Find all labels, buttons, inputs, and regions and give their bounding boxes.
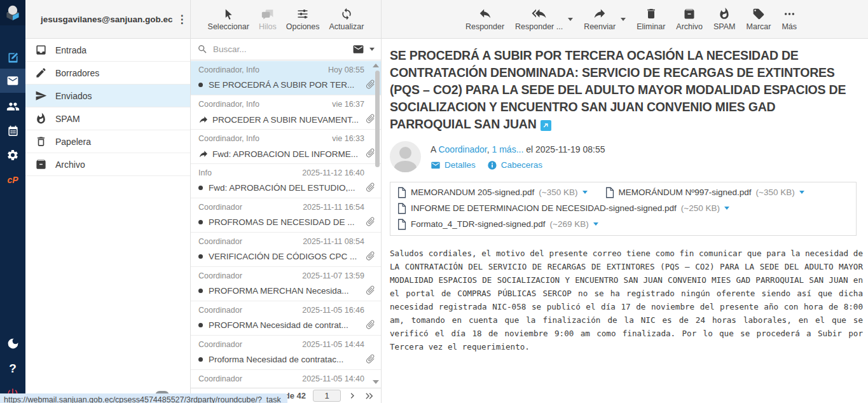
attachment-caret-icon[interactable] bbox=[724, 207, 729, 210]
recipients-line: A Coordinador, 1 más... el 2025-11-19 08… bbox=[431, 144, 605, 154]
external-link-icon[interactable] bbox=[541, 120, 551, 131]
cpanel-icon: cP bbox=[7, 175, 18, 185]
scrollbar-up-arrow[interactable] bbox=[373, 64, 379, 67]
next-page-button[interactable] bbox=[348, 391, 357, 400]
reply-all-button[interactable]: Responder ... bbox=[515, 7, 563, 31]
more-recipients-link[interactable]: 1 más... bbox=[492, 144, 524, 154]
message-date: 2025-11-11 16:54 bbox=[303, 203, 364, 212]
ellipsis-icon bbox=[783, 7, 796, 20]
details-link[interactable]: Detalles bbox=[431, 160, 476, 170]
compose-button[interactable] bbox=[0, 45, 25, 69]
message-date: 2025-11-05 14:40 bbox=[302, 374, 364, 383]
folder-label: Papelera bbox=[55, 137, 91, 147]
attachment-caret-icon[interactable] bbox=[593, 222, 598, 226]
attachment-caret-icon[interactable] bbox=[582, 191, 588, 194]
tag-icon bbox=[752, 7, 765, 20]
threads-button[interactable]: Hilos bbox=[259, 7, 277, 31]
status-url-tooltip: https://webmail.sanjuan.gob.ec/cpsess457… bbox=[0, 393, 287, 403]
message-list-item[interactable]: Coordinador, Info vie 16:37 PROCEDER A S… bbox=[191, 95, 381, 130]
details-label: Detalles bbox=[444, 160, 476, 170]
message-subject: PROFROMAS DE NECESIDAD DE ... bbox=[209, 217, 364, 227]
refresh-icon bbox=[340, 7, 353, 20]
message-subject: Proforma Necesidad de contratac... bbox=[209, 355, 364, 364]
unread-dot-icon bbox=[198, 254, 203, 259]
folder-item-papelera[interactable]: Papelera bbox=[25, 130, 190, 153]
message-from: Coordinador bbox=[198, 271, 242, 280]
settings-nav-button[interactable] bbox=[0, 143, 25, 167]
spam-button[interactable]: SPAM bbox=[713, 7, 736, 31]
folder-item-entrada[interactable]: Entrada bbox=[25, 39, 190, 62]
message-list-item[interactable]: Coordinador 2025-11-07 13:59 PROFORMA ME… bbox=[191, 267, 381, 301]
message-from: Coordinador, Info bbox=[198, 100, 259, 109]
search-icon bbox=[197, 44, 208, 55]
mail-nav-button[interactable] bbox=[0, 69, 25, 93]
reply-icon bbox=[478, 7, 492, 20]
help-button[interactable]: ? bbox=[0, 357, 25, 381]
archive-button[interactable]: Archivo bbox=[676, 7, 703, 31]
search-input[interactable] bbox=[213, 44, 347, 54]
headers-link[interactable]: Cabeceras bbox=[487, 160, 542, 170]
message-from: Coordinador, Info bbox=[198, 134, 259, 143]
message-date: 2025-11-12 16:40 bbox=[302, 168, 364, 177]
forward-caret-icon[interactable] bbox=[621, 18, 626, 21]
message-list-item[interactable]: Info 2025-11-12 16:40 Fwd: APROBACIÓN DE… bbox=[191, 164, 381, 198]
attachment-caret-icon[interactable] bbox=[799, 191, 804, 194]
paperclip-icon bbox=[365, 113, 376, 124]
refresh-button[interactable]: Actualizar bbox=[329, 7, 364, 31]
threads-icon bbox=[261, 7, 274, 20]
folder-label: Archivo bbox=[55, 160, 85, 170]
last-page-button[interactable] bbox=[364, 391, 375, 401]
unread-dot-icon bbox=[198, 289, 203, 293]
attachment-name: MEMORÁNDUM Nº997-signed.pdf bbox=[619, 188, 752, 197]
dark-mode-toggle[interactable] bbox=[0, 331, 25, 355]
cpanel-button[interactable]: cP bbox=[0, 168, 25, 192]
message-toolbar: Responder Responder ... Reenviar Elimina… bbox=[382, 0, 868, 39]
attachment-size: (~250 KB) bbox=[681, 203, 720, 213]
message-list-item[interactable]: Coordinador, Info vie 16:33 Fwd: APROBAC… bbox=[191, 130, 381, 164]
attachment-item[interactable]: INFORME DE DETERMINACION DE NECESIDAD-si… bbox=[397, 203, 729, 214]
unread-dot-icon bbox=[198, 83, 203, 87]
message-list-item[interactable]: Coordinador 2025-11-05 14:40 bbox=[191, 370, 381, 388]
pdf-file-icon bbox=[397, 187, 406, 198]
subject-text: SE PROCEDRÁ A SUBIR POR TERCERA OCASIÓN … bbox=[390, 48, 846, 131]
recipient-link[interactable]: Coordinador bbox=[438, 144, 486, 154]
pdf-file-icon bbox=[605, 187, 614, 198]
scrollbar-thumb[interactable] bbox=[375, 71, 380, 167]
forward-button[interactable]: Reenviar bbox=[584, 7, 616, 31]
message-list-item[interactable]: Coordinador 2025-11-05 16:46 PROFORMA Ne… bbox=[191, 301, 381, 336]
separator: , bbox=[487, 144, 492, 154]
delete-button[interactable]: Eliminar bbox=[637, 7, 665, 31]
reply-all-caret-icon[interactable] bbox=[568, 18, 573, 21]
folder-item-spam[interactable]: SPAM bbox=[25, 107, 190, 130]
contacts-nav-button[interactable] bbox=[0, 94, 25, 118]
more-button[interactable]: Más bbox=[782, 7, 797, 31]
message-list-item[interactable]: Coordinador 2025-11-05 14:44 Proforma Ne… bbox=[191, 336, 381, 370]
cursor-icon bbox=[223, 7, 235, 20]
attachment-item[interactable]: Formato_4_TDR-signed-signed.pdf (~269 KB… bbox=[397, 219, 598, 230]
select-button[interactable]: Seleccionar bbox=[208, 7, 249, 31]
message-date: 2025-11-11 08:54 bbox=[303, 237, 364, 246]
attachment-item[interactable]: MEMORÁNDUM Nº997-signed.pdf (~350 KB) bbox=[605, 187, 804, 198]
kebab-menu-icon[interactable]: ⋮ bbox=[173, 11, 191, 27]
message-subject-title: SE PROCEDRÁ A SUBIR POR TERCERA OCASIÓN … bbox=[390, 47, 857, 133]
folder-item-archivo[interactable]: Archivo bbox=[25, 153, 190, 176]
search-scope-caret-icon[interactable] bbox=[369, 48, 375, 51]
mark-button[interactable]: Marcar bbox=[747, 7, 771, 31]
message-list-item[interactable]: Coordinador 2025-11-11 08:54 VERIFICACIÓ… bbox=[191, 233, 381, 267]
message-list-item[interactable]: Coordinador, Info Hoy 08:55 SE PROCEDRÁ … bbox=[191, 61, 381, 95]
message-subject: VERIFICACIÓN DE CÓDIGOS CPC ... bbox=[209, 252, 364, 261]
message-from: Coordinador bbox=[198, 374, 242, 383]
attachment-name: INFORME DE DETERMINACION DE NECESIDAD-si… bbox=[411, 203, 677, 213]
envelope-filter-icon[interactable] bbox=[352, 43, 364, 55]
message-list-item[interactable]: Coordinador 2025-11-11 16:54 PROFROMAS D… bbox=[191, 198, 381, 233]
paperclip-icon bbox=[365, 319, 376, 330]
reply-button[interactable]: Responder bbox=[465, 7, 504, 31]
options-button[interactable]: Opciones bbox=[286, 7, 320, 31]
scrollbar-down-arrow[interactable] bbox=[373, 380, 379, 384]
folder-item-enviados[interactable]: Enviados bbox=[25, 85, 190, 107]
calendar-nav-button[interactable] bbox=[0, 119, 25, 143]
page-number-box[interactable]: 1 bbox=[313, 390, 341, 402]
attachment-item[interactable]: MEMORANDUM 205-signed.pdf (~350 KB) bbox=[397, 187, 588, 198]
folder-item-borradores[interactable]: Borradores bbox=[25, 62, 190, 85]
forward-icon bbox=[593, 7, 607, 20]
